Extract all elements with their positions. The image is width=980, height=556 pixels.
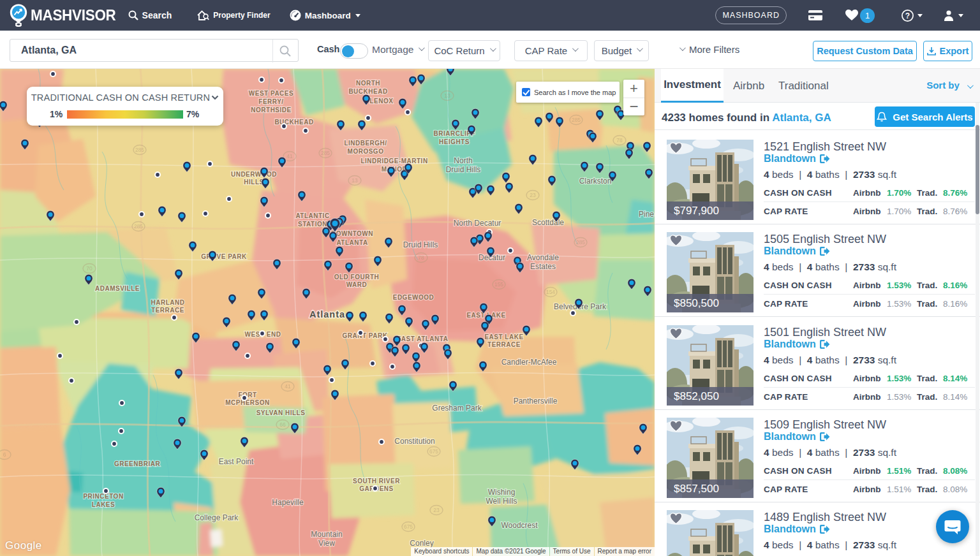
svg-text:EAST LAKE: EAST LAKE (484, 333, 523, 340)
svg-text:Woodcrest: Woodcrest (501, 521, 538, 530)
svg-text:285: 285 (321, 150, 330, 156)
svg-text:13: 13 (352, 177, 358, 184)
svg-text:Gresham Park: Gresham Park (432, 404, 482, 413)
svg-text:HARLAND: HARLAND (151, 299, 185, 306)
svg-text:HILLS: HILLS (244, 179, 264, 186)
svg-text:78: 78 (418, 254, 424, 261)
svg-text:66: 66 (279, 421, 286, 428)
svg-text:Mountain: Mountain (311, 530, 342, 539)
svg-text:23: 23 (530, 192, 536, 198)
svg-text:41: 41 (286, 153, 293, 159)
svg-text:OLD FOURTH: OLD FOURTH (334, 274, 380, 281)
svg-text:Atlanta: Atlanta (309, 309, 345, 319)
svg-text:13: 13 (444, 92, 450, 99)
svg-text:285: 285 (135, 147, 144, 153)
svg-text:Druid Hills: Druid Hills (403, 240, 438, 249)
svg-text:675: 675 (404, 523, 413, 530)
svg-text:Pine: Pine (639, 210, 654, 219)
svg-text:154: 154 (546, 289, 555, 295)
svg-text:College Park: College Park (195, 513, 239, 522)
svg-text:FERRY/: FERRY/ (258, 98, 283, 105)
svg-text:Scottdale: Scottdale (532, 218, 564, 227)
svg-text:MCPHERSON: MCPHERSON (225, 399, 270, 406)
svg-text:Clarkston: Clarkston (579, 177, 612, 186)
svg-text:View: View (318, 539, 335, 548)
svg-text:ADAMSVILLE: ADAMSVILLE (95, 285, 140, 292)
svg-text:GROVE PARK: GROVE PARK (201, 253, 247, 260)
svg-text:North Decatur: North Decatur (454, 219, 501, 228)
svg-text:Wishing: Wishing (488, 488, 516, 497)
svg-text:Avondale: Avondale (527, 253, 559, 262)
svg-text:TERRACE: TERRACE (151, 307, 184, 314)
svg-text:?: ? (905, 11, 910, 20)
svg-text:675: 675 (429, 448, 438, 455)
svg-text:LAKES: LAKES (92, 501, 115, 508)
svg-text:GREENBRIAR: GREENBRIAR (114, 460, 161, 467)
svg-text:285: 285 (572, 117, 581, 123)
svg-text:LINDRIDGE-MARTIN: LINDRIDGE-MARTIN (360, 157, 427, 165)
svg-text:HEIGHTS: HEIGHTS (439, 138, 470, 145)
svg-text:Estates: Estates (530, 262, 556, 271)
svg-text:155: 155 (494, 281, 503, 288)
svg-text:WARD: WARD (346, 281, 368, 288)
svg-text:285: 285 (134, 223, 143, 230)
svg-text:ATLANTIC: ATLANTIC (295, 212, 329, 219)
svg-text:BUCKHEAD: BUCKHEAD (348, 88, 387, 95)
svg-text:Well Hills: Well Hills (486, 497, 517, 506)
svg-text:PRINCETON: PRINCETON (83, 493, 123, 500)
svg-text:MOROSGO: MOROSGO (348, 148, 384, 155)
svg-text:Druid Hills: Druid Hills (446, 165, 481, 174)
svg-text:ATLANTA: ATLANTA (336, 239, 368, 246)
svg-text:23: 23 (433, 507, 440, 513)
svg-text:GRANT PARK: GRANT PARK (343, 332, 388, 339)
svg-text:SYLVAN HILLS: SYLVAN HILLS (256, 409, 306, 416)
svg-text:WEST PACES: WEST PACES (249, 90, 293, 97)
svg-text:Conley: Conley (410, 539, 433, 548)
svg-text:LENOX: LENOX (370, 98, 394, 105)
svg-text:STATION: STATION (298, 221, 327, 228)
svg-text:285: 285 (576, 239, 585, 245)
svg-text:Constitution: Constitution (394, 437, 434, 446)
svg-text:41: 41 (285, 383, 291, 390)
svg-text:78: 78 (616, 137, 623, 143)
svg-text:East Point: East Point (219, 457, 254, 466)
svg-text:BUCKHEAD: BUCKHEAD (274, 119, 313, 126)
svg-text:North: North (454, 156, 472, 165)
svg-text:LINDBERGH/: LINDBERGH/ (344, 140, 387, 147)
svg-text:NORTH: NORTH (356, 80, 380, 87)
svg-text:NORTHSIDE: NORTHSIDE (251, 106, 291, 113)
svg-text:UNDERWOOD: UNDERWOOD (231, 171, 277, 178)
svg-text:Candler-McAfee: Candler-McAfee (501, 358, 557, 367)
svg-text:70: 70 (86, 265, 93, 272)
svg-text:SOUTH RIVER: SOUTH RIVER (353, 478, 400, 485)
svg-text:TERRACE: TERRACE (487, 341, 521, 348)
svg-text:DOWNTOWN: DOWNTOWN (331, 230, 373, 237)
svg-text:Hapeville: Hapeville (272, 498, 304, 507)
svg-text:EAST ATLANTA: EAST ATLANTA (397, 335, 449, 342)
svg-text:FORT: FORT (238, 391, 256, 399)
svg-text:6: 6 (3, 451, 6, 458)
svg-text:EDGEWOOD: EDGEWOOD (393, 294, 434, 301)
svg-text:Panthersville: Panthersville (514, 397, 558, 406)
